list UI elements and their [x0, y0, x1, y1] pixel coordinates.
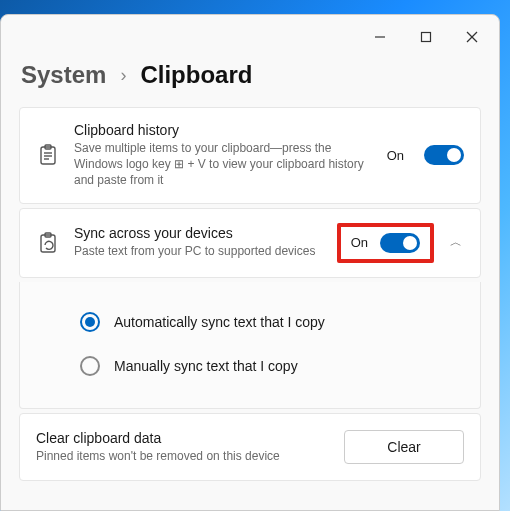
clipboard-history-card: Clipboard history Save multiple items to… [19, 107, 481, 204]
sync-option-auto[interactable]: Automatically sync text that I copy [80, 300, 464, 344]
content: Clipboard history Save multiple items to… [1, 107, 499, 485]
clear-button[interactable]: Clear [344, 430, 464, 464]
breadcrumb-section[interactable]: System [21, 61, 106, 89]
sync-desc: Paste text from your PC to supported dev… [74, 243, 323, 259]
close-button[interactable] [449, 21, 495, 53]
maximize-button[interactable] [403, 21, 449, 53]
sync-option-manual[interactable]: Manually sync text that I copy [80, 344, 464, 388]
clipboard-history-desc: Save multiple items to your clipboard—pr… [74, 140, 373, 189]
clipboard-icon [36, 144, 60, 166]
clipboard-history-state: On [387, 148, 404, 163]
clear-title: Clear clipboard data [36, 430, 328, 446]
sync-state: On [351, 235, 368, 250]
clipboard-history-title: Clipboard history [74, 122, 373, 138]
breadcrumb-separator: › [120, 65, 126, 86]
radio-unselected-icon[interactable] [80, 356, 100, 376]
svg-rect-1 [422, 33, 431, 42]
settings-window: System › Clipboard Clipboard history Sav… [0, 14, 500, 511]
radio-selected-icon[interactable] [80, 312, 100, 332]
sync-option-manual-label: Manually sync text that I copy [114, 358, 298, 374]
sync-options: Automatically sync text that I copy Manu… [19, 282, 481, 409]
minimize-button[interactable] [357, 21, 403, 53]
clipboard-history-toggle[interactable] [424, 145, 464, 165]
sync-devices-card[interactable]: Sync across your devices Paste text from… [19, 208, 481, 278]
clear-desc: Pinned items won't be removed on this de… [36, 448, 328, 464]
clear-button-label: Clear [387, 439, 420, 455]
sync-title: Sync across your devices [74, 225, 323, 241]
sync-toggle[interactable] [380, 233, 420, 253]
chevron-up-icon[interactable]: ︿ [448, 234, 464, 251]
sync-option-auto-label: Automatically sync text that I copy [114, 314, 325, 330]
clipboard-sync-icon [36, 232, 60, 254]
breadcrumb-page: Clipboard [140, 61, 252, 89]
titlebar [1, 15, 499, 55]
breadcrumb: System › Clipboard [1, 55, 499, 107]
sync-toggle-highlight: On [337, 223, 434, 263]
clear-clipboard-card: Clear clipboard data Pinned items won't … [19, 413, 481, 481]
